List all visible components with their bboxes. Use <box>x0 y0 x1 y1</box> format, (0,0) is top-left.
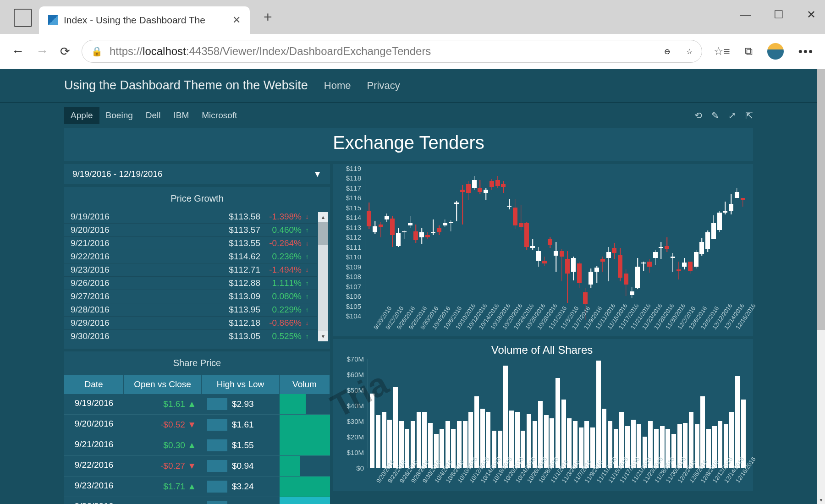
volume-bar-chart: Volume of All Shares 9/20/20169/22/20169… <box>333 339 753 491</box>
table-row[interactable]: 9/23/2016$1.71 ▲$3.24 <box>64 477 330 497</box>
candlestick-chart: 9/20/20169/22/20169/26/20169/28/20169/30… <box>333 164 753 336</box>
tab-title: Index - Using the Dashboard The <box>64 15 227 26</box>
price-row[interactable]: 9/26/2016$112.881.111%↑ <box>64 277 317 290</box>
nav-privacy[interactable]: Privacy <box>367 80 400 92</box>
tab-microsoft[interactable]: Microsoft <box>195 107 243 124</box>
price-row[interactable]: 9/27/2016$113.090.080%↑ <box>64 290 317 303</box>
reload-button[interactable]: ⟳ <box>60 44 70 59</box>
chevron-down-icon: ▼ <box>313 169 322 179</box>
zoom-out-icon[interactable]: ⊖ <box>664 47 670 56</box>
price-row[interactable]: 9/30/2016$113.050.525%↑ <box>64 330 317 343</box>
price-row[interactable]: 9/29/2016$112.18-0.866%↓ <box>64 317 317 330</box>
back-button[interactable]: ← <box>11 44 24 59</box>
favicon-icon <box>48 15 58 25</box>
maximize-icon[interactable]: ☐ <box>774 8 784 21</box>
tab-actions-icon[interactable] <box>14 9 32 27</box>
scroll-down-icon[interactable]: ▼ <box>318 331 328 341</box>
page-content: Using the Dashboard Theme on the Website… <box>0 69 817 504</box>
date-range-value: 9/19/2016 - 12/19/2016 <box>72 169 163 179</box>
price-row[interactable]: 9/22/2016$114.620.236%↑ <box>64 250 317 263</box>
table-row[interactable]: 9/20/2016-$0.52 ▼$1.61 <box>64 415 330 435</box>
share-price-table: DateOpen vs CloseHigh vs LowVolum9/19/20… <box>64 375 330 504</box>
address-bar-row: ← → ⟳ 🔒 https://localhost:44358/Viewer/I… <box>0 34 825 69</box>
window-controls: — ☐ ✕ <box>740 8 816 21</box>
table-row[interactable]: 9/19/2016$1.61 ▲$2.93 <box>64 394 330 415</box>
dashboard: AppleBoeingDellIBMMicrosoft ⟲ ✎ ⤢ ⇱ Exch… <box>0 103 817 504</box>
expand-icon[interactable]: ⤢ <box>728 110 736 121</box>
site-header: Using the Dashboard Theme on the Website… <box>0 69 817 103</box>
table-header: DateOpen vs CloseHigh vs LowVolum <box>64 375 330 394</box>
toolbar-icons: ☆≡ ⧉ ••• <box>714 43 814 60</box>
new-tab-button[interactable]: + <box>264 9 272 26</box>
edit-icon[interactable]: ✎ <box>711 110 719 121</box>
tab-apple[interactable]: Apple <box>64 107 99 124</box>
refresh-icon[interactable]: ⟲ <box>694 110 702 121</box>
list-scrollbar[interactable]: ▲ ▼ <box>318 212 328 341</box>
forward-button[interactable]: → <box>36 44 49 59</box>
price-growth-panel: Price Growth ▲ ▼ 9/19/2016$113.58-1.398%… <box>64 187 330 349</box>
add-favorite-icon[interactable]: ☆ <box>686 47 693 56</box>
export-icon[interactable]: ⇱ <box>745 110 753 121</box>
table-row[interactable]: 9/26/2016-$1.24 ▼$1.84 <box>64 497 330 504</box>
toolbar: ⟲ ✎ ⤢ ⇱ <box>694 110 753 121</box>
tab-boeing[interactable]: Boeing <box>99 107 139 124</box>
scrollbar-thumb[interactable] <box>318 222 328 245</box>
minimize-icon[interactable]: — <box>740 8 751 21</box>
nav-home[interactable]: Home <box>324 80 351 92</box>
browser-chrome: Index - Using the Dashboard The ✕ + — ☐ … <box>0 0 825 69</box>
price-row[interactable]: 9/23/2016$112.71-1.494%↓ <box>64 263 317 277</box>
table-row[interactable]: 9/22/2016-$0.27 ▼$0.94 <box>64 456 330 477</box>
scrollbar-thumb[interactable] <box>817 69 825 330</box>
tab-dell[interactable]: Dell <box>139 107 167 124</box>
share-price-title: Share Price <box>64 351 330 375</box>
bar-chart-title: Volume of All Shares <box>336 341 748 357</box>
dashboard-title: Exchange Tenders <box>64 128 753 161</box>
price-row[interactable]: 9/19/2016$113.58-1.398%↓ <box>64 210 317 224</box>
tab-ibm[interactable]: IBM <box>167 107 196 124</box>
price-row[interactable]: 9/28/2016$113.950.229%↑ <box>64 303 317 317</box>
browser-tab[interactable]: Index - Using the Dashboard The ✕ <box>39 6 250 34</box>
scroll-down-icon[interactable]: ▼ <box>817 496 825 504</box>
favorites-icon[interactable]: ☆≡ <box>714 45 730 58</box>
address-bar[interactable]: 🔒 https://localhost:44358/Viewer/Index/D… <box>82 40 702 63</box>
menu-icon[interactable]: ••• <box>798 44 814 59</box>
tab-bar: Index - Using the Dashboard The ✕ + — ☐ … <box>0 0 825 34</box>
filter-row: AppleBoeingDellIBMMicrosoft ⟲ ✎ ⤢ ⇱ <box>64 103 753 128</box>
page-scrollbar[interactable]: ▲ ▼ <box>817 69 825 504</box>
company-tabs: AppleBoeingDellIBMMicrosoft <box>64 107 243 124</box>
collections-icon[interactable]: ⧉ <box>745 45 753 58</box>
price-growth-list: ▲ ▼ 9/19/2016$113.58-1.398%↓9/20/2016$11… <box>64 210 330 343</box>
price-row[interactable]: 9/20/2016$113.570.460%↑ <box>64 224 317 237</box>
date-range-selector[interactable]: 9/19/2016 - 12/19/2016 ▼ <box>64 164 330 184</box>
url-text: https://localhost:44358/Viewer/Index/Das… <box>110 45 431 58</box>
lock-icon: 🔒 <box>91 46 103 57</box>
table-row[interactable]: 9/21/2016$0.30 ▲$1.55 <box>64 435 330 456</box>
profile-avatar[interactable] <box>767 43 784 60</box>
price-row[interactable]: 9/21/2016$113.55-0.264%↓ <box>64 237 317 250</box>
scroll-up-icon[interactable]: ▲ <box>318 212 328 222</box>
price-growth-title: Price Growth <box>64 187 330 210</box>
close-window-icon[interactable]: ✕ <box>807 8 816 21</box>
close-tab-icon[interactable]: ✕ <box>232 14 241 26</box>
site-title: Using the Dashboard Theme on the Website <box>64 78 308 93</box>
share-price-panel: Share Price DateOpen vs CloseHigh vs Low… <box>64 351 330 504</box>
